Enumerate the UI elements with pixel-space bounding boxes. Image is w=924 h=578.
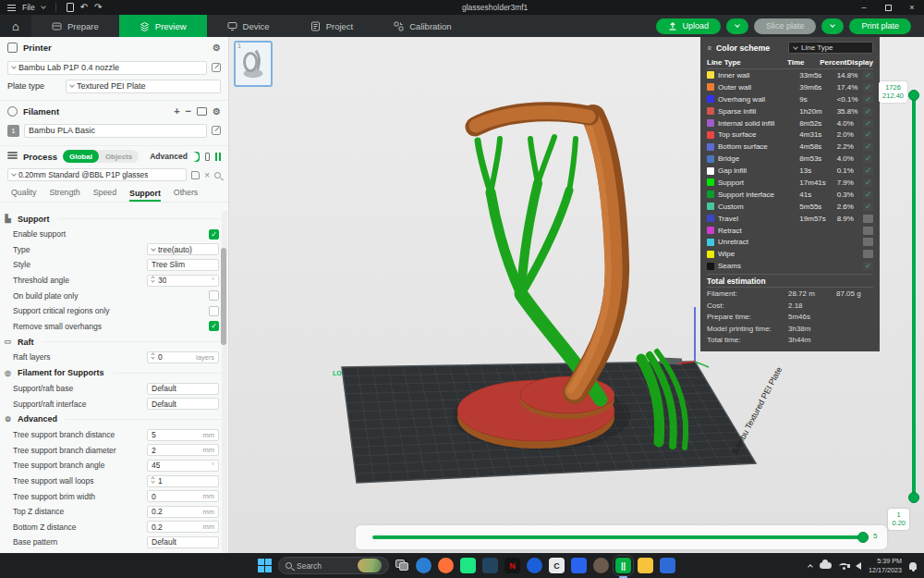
- filament-edit-icon[interactable]: [212, 126, 221, 135]
- home-button[interactable]: ⌂: [0, 15, 31, 37]
- internal-solid-infill-display-checkbox[interactable]: ✓: [863, 119, 873, 128]
- tab-calibration[interactable]: Calibration: [373, 15, 471, 37]
- new-project-icon[interactable]: [67, 3, 74, 12]
- group-header-support[interactable]: ▙Support: [0, 211, 228, 227]
- upload-button[interactable]: Upload: [656, 18, 721, 34]
- layer-slider[interactable]: 1726 212.40 1 0.20: [889, 81, 924, 516]
- print-options-dropdown[interactable]: [821, 18, 844, 34]
- overhang-wall-display-checkbox[interactable]: ✓: [863, 95, 873, 104]
- support-raft-interface-select[interactable]: Default: [147, 398, 219, 410]
- support-display-checkbox[interactable]: ✓: [863, 178, 873, 187]
- search-settings-icon[interactable]: [214, 172, 221, 178]
- advanced-toggle[interactable]: [193, 152, 200, 162]
- step-slider-track[interactable]: [372, 535, 864, 539]
- close-button[interactable]: ×: [900, 0, 924, 15]
- step-slider[interactable]: 5: [356, 525, 887, 549]
- raft-layers-spinner[interactable]: 0layers: [147, 351, 219, 363]
- file-menu[interactable]: File: [22, 3, 35, 12]
- top-surface-display-checkbox[interactable]: ✓: [863, 130, 873, 139]
- group-header-advanced[interactable]: ⚙Advanced: [0, 412, 228, 427]
- taskbar-app-hulu[interactable]: [460, 558, 476, 573]
- tab-device[interactable]: Device: [207, 15, 290, 37]
- volume-icon[interactable]: [856, 562, 861, 570]
- layer-slider-top-handle[interactable]: [908, 90, 919, 101]
- slice-plate-button[interactable]: Slice plate: [754, 18, 817, 34]
- restore-button[interactable]: [876, 0, 900, 15]
- tab-speed[interactable]: Speed: [93, 188, 116, 197]
- scope-objects[interactable]: Objects: [99, 153, 139, 161]
- clear-preset-icon[interactable]: ×: [204, 170, 210, 180]
- printer-preset-select[interactable]: Bambu Lab P1P 0.4 nozzle: [7, 61, 207, 75]
- bridge-display-checkbox[interactable]: ✓: [863, 154, 873, 163]
- tune-icon[interactable]: [215, 153, 221, 161]
- tab-strength[interactable]: Strength: [49, 188, 79, 197]
- support-critical-regions-only-checkbox[interactable]: [209, 306, 219, 316]
- top-z-distance-input[interactable]: 0.2mm: [147, 506, 219, 518]
- taskbar-app-blue-app[interactable]: [571, 558, 587, 573]
- remove-small-overhangs-checkbox[interactable]: ✓: [209, 321, 219, 331]
- layer-slider-track[interactable]: [912, 94, 916, 498]
- tab-preview[interactable]: Preview: [119, 15, 207, 37]
- notifications-icon[interactable]: [909, 562, 917, 570]
- bottom-surface-display-checkbox[interactable]: ✓: [863, 142, 873, 151]
- taskbar-app-sphere-app[interactable]: [593, 558, 609, 573]
- taskbar-app-prime-video[interactable]: [482, 558, 498, 573]
- base-pattern-select[interactable]: Default: [147, 536, 219, 548]
- tab-prepare[interactable]: Prepare: [31, 15, 119, 37]
- plate-thumbnail[interactable]: 1: [234, 41, 273, 87]
- gap-infill-display-checkbox[interactable]: ✓: [863, 166, 873, 175]
- chevron-down-icon[interactable]: [41, 4, 46, 9]
- outer-wall-display-checkbox[interactable]: ✓: [863, 83, 873, 92]
- minimize-button[interactable]: –: [852, 0, 876, 15]
- tree-support-branch-distance-input[interactable]: 5mm: [147, 429, 219, 441]
- tree-support-branch-diameter-input[interactable]: 2mm: [147, 444, 219, 456]
- seams-display-checkbox[interactable]: ✓: [863, 262, 873, 270]
- color-scheme-select[interactable]: Line Type: [788, 42, 873, 54]
- plate-type-select[interactable]: Textured PEI Plate: [66, 80, 221, 93]
- compare-presets-icon[interactable]: [205, 153, 210, 161]
- taskbar-clock[interactable]: 5:39 PM 12/17/2023: [869, 557, 902, 574]
- support-raft-base-select[interactable]: Default: [147, 383, 219, 395]
- travel-display-checkbox[interactable]: [863, 215, 873, 223]
- taskbar-app-file-explorer[interactable]: [638, 558, 653, 573]
- filament-name-field[interactable]: Bambu PLA Basic: [24, 124, 207, 138]
- custom-display-checkbox[interactable]: ✓: [863, 203, 873, 211]
- 3d-viewport[interactable]: Bambu Textured PEI Plate LO: [229, 37, 924, 553]
- retract-display-checkbox[interactable]: [863, 227, 873, 235]
- flush-options-icon[interactable]: [197, 107, 207, 116]
- sparse-infill-display-checkbox[interactable]: ✓: [863, 107, 873, 116]
- tray-chevron-icon[interactable]: [808, 564, 813, 570]
- tab-project[interactable]: Project: [290, 15, 374, 37]
- taskbar-app-firefox[interactable]: [438, 558, 454, 573]
- step-slider-handle[interactable]: [857, 532, 869, 543]
- collapse-panel-icon[interactable]: «: [705, 45, 714, 50]
- tab-others[interactable]: Others: [174, 188, 198, 197]
- add-filament-button[interactable]: +: [174, 105, 179, 117]
- filament-slot-badge[interactable]: 1: [7, 125, 19, 137]
- enable-support-checkbox[interactable]: ✓: [209, 229, 219, 240]
- printer-settings-gear-icon[interactable]: ⚙: [213, 43, 221, 53]
- task-view-button[interactable]: [395, 560, 409, 572]
- taskbar-search[interactable]: Search: [278, 557, 389, 574]
- undo-icon[interactable]: ↶: [80, 3, 88, 12]
- type-select[interactable]: tree(auto): [147, 243, 219, 255]
- onedrive-icon[interactable]: [820, 562, 832, 569]
- process-preset-select[interactable]: 0.20mm Standard @BBL P1P glasses: [7, 168, 187, 181]
- print-plate-button[interactable]: Print plate: [849, 18, 911, 34]
- group-header-raft[interactable]: ▭Raft: [0, 334, 228, 350]
- slice-options-dropdown[interactable]: [726, 18, 748, 34]
- taskbar-app-edge[interactable]: [416, 558, 432, 573]
- unretract-display-checkbox[interactable]: [863, 238, 873, 246]
- taskbar-app-copilot[interactable]: C: [549, 558, 565, 573]
- threshold-angle-spinner[interactable]: 30°: [147, 275, 219, 287]
- sidebar-scrollbar[interactable]: [222, 211, 227, 553]
- taskbar-app-bambu-studio[interactable]: ||: [615, 558, 631, 573]
- scope-toggle[interactable]: Global Objects: [63, 150, 139, 163]
- taskbar-app-peacock[interactable]: [527, 558, 542, 573]
- bottom-z-distance-input[interactable]: 0.2mm: [147, 521, 219, 533]
- printer-edit-icon[interactable]: [212, 63, 221, 72]
- save-preset-icon[interactable]: [191, 171, 200, 179]
- taskbar-app-netflix[interactable]: N: [505, 558, 520, 573]
- tree-support-wall-loops-spinner[interactable]: 1: [147, 475, 219, 487]
- tree-support-brim-width-input[interactable]: 0mm: [147, 490, 219, 502]
